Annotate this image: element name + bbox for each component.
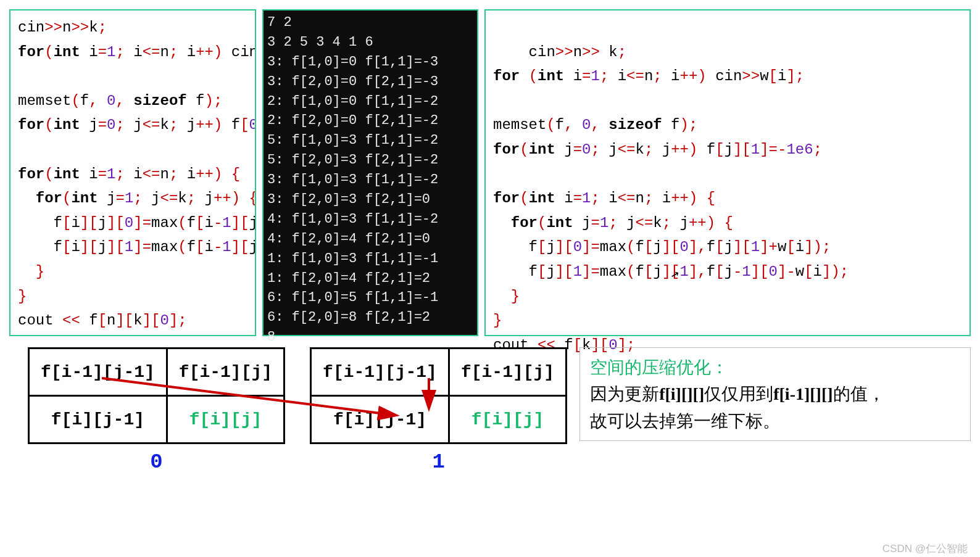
g1-c11: f[i][j] — [449, 396, 566, 444]
expl-title: 空间的压缩优化： — [590, 358, 728, 377]
expl-l1d: f[i-1][][] — [773, 384, 833, 403]
left-code-panel: cin>>n>>k; for(int i=1; i<=n; i++) cin> … — [9, 9, 256, 336]
g0-c01: f[i-1][j] — [167, 349, 284, 396]
bottom-row: f[i-1][j-1] f[i-1][j] f[i][j-1] f[i][j] … — [9, 347, 971, 474]
expl-l1a: 因为更新 — [590, 384, 659, 403]
grid-0-label: 0 — [28, 450, 285, 474]
top-row: cin>>n>>k; for(int i=1; i<=n; i++) cin> … — [9, 9, 971, 336]
expl-l1e: 的值， — [833, 384, 885, 403]
terminal-output: 7 2 3 2 5 3 4 1 6 3: f[1,0]=0 f[1,1]=-3 … — [262, 9, 478, 336]
g0-c00: f[i-1][j-1] — [29, 349, 167, 396]
explanation-box: 空间的压缩优化： 因为更新f[i][][]仅仅用到f[i-1][][]的值， 故… — [579, 347, 971, 441]
g0-c11: f[i][j] — [167, 396, 284, 444]
g1-c01: f[i-1][j] — [449, 349, 566, 396]
right-code-panel: cin>>n>> k; for (int i=1; i<=n; i++) cin… — [484, 9, 971, 336]
g1-c10: f[i][j-1] — [311, 396, 449, 444]
grid-0-wrap: f[i-1][j-1] f[i-1][j] f[i][j-1] f[i][j] … — [28, 347, 285, 474]
g0-c10: f[i][j-1] — [29, 396, 167, 444]
grid-1-label: 1 — [310, 450, 567, 474]
grid-0: f[i-1][j-1] f[i-1][j] f[i][j-1] f[i][j] — [28, 347, 285, 444]
expl-l1c: 仅仅用到 — [704, 384, 773, 403]
expl-l2: 故可以去掉第一维下标。 — [590, 411, 780, 431]
grid-1-wrap: f[i-1][j-1] f[i-1][j] f[i][j-1] f[i][j] … — [310, 347, 567, 474]
g1-c00: f[i-1][j-1] — [311, 349, 449, 396]
right-code-body: cin>>n>> k; for (int i=1; i<=n; i++) cin… — [493, 44, 849, 353]
grid-1: f[i-1][j-1] f[i-1][j] f[i][j-1] f[i][j] — [310, 347, 567, 444]
expl-l1b: f[i][][] — [659, 384, 704, 403]
